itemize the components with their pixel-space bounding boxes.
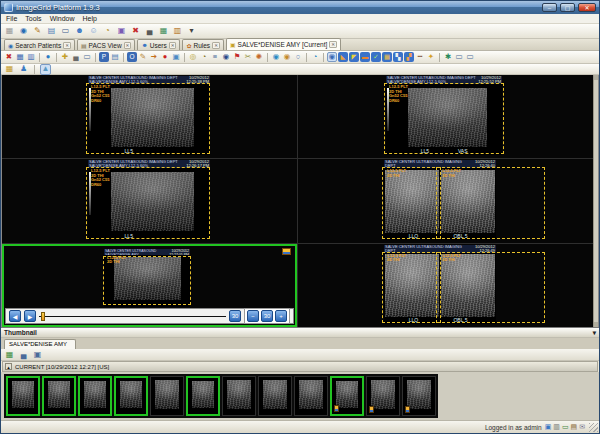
status-mail-icon[interactable]: ✉ — [579, 423, 585, 431]
layout-compare-icon[interactable]: ▥ — [26, 52, 36, 62]
thumbnail-9[interactable] — [294, 376, 328, 416]
monitor-b-icon[interactable]: ▭ — [465, 52, 475, 62]
menu-window[interactable]: Window — [50, 15, 75, 22]
annotate-icon[interactable]: ✎ — [138, 52, 148, 62]
thumb-matrix-icon[interactable]: ▦ — [4, 349, 15, 360]
tab-pacs-view[interactable]: ▤ PACS View ✕ — [77, 39, 135, 50]
viewer-scrollbar[interactable] — [593, 75, 598, 327]
sphere-view-icon[interactable]: ● — [43, 52, 53, 62]
resize-grip-icon[interactable] — [589, 423, 598, 432]
film-icon[interactable]: ▦ — [158, 26, 169, 37]
viewer-panel-5[interactable]: SALVE CENTER ULTRASOUND SALVE*DENISE AMY… — [2, 244, 297, 327]
zoom-icon[interactable]: ○ — [293, 52, 303, 62]
tab-close-icon[interactable]: ✕ — [329, 41, 337, 48]
grid-tool-icon[interactable]: ▦ — [4, 64, 15, 75]
user-group-icon[interactable]: ☻ — [74, 26, 85, 37]
preset-layout-4-icon[interactable]: ✓ — [371, 52, 381, 62]
tab-users[interactable]: ☻ Users ✕ — [137, 39, 180, 50]
web-icon[interactable]: ◉ — [271, 52, 281, 62]
cine-fps-minus-button[interactable]: − — [247, 310, 259, 322]
thumbnail-12[interactable] — [402, 376, 436, 416]
preset-layout-2-icon[interactable]: ◤ — [349, 52, 359, 62]
send-study-icon[interactable]: ➔ — [149, 52, 159, 62]
close-button[interactable]: ✕ — [578, 3, 596, 12]
tab-rules[interactable]: ✿ Rules ✕ — [182, 39, 223, 50]
tab-search-patients[interactable]: ◉ Search Patients ✕ — [4, 39, 75, 50]
close-study-icon[interactable]: ✖ — [4, 52, 14, 62]
thumbnail-5[interactable] — [150, 376, 184, 416]
preset-layout-7-icon[interactable]: ▞ — [404, 52, 414, 62]
film-composer-icon[interactable]: ▭ — [82, 52, 92, 62]
preset-layout-3-icon[interactable]: ▬ — [360, 52, 370, 62]
minimize-button[interactable]: – — [542, 3, 557, 12]
thumbnail-11[interactable] — [366, 376, 400, 416]
menu-help[interactable]: Help — [83, 15, 97, 22]
status-archive-icon[interactable]: ▤ — [571, 423, 578, 431]
thumb-print-icon[interactable]: ▄ — [18, 349, 29, 360]
viewer-panel-1[interactable]: SALVE CENTER ULTRASOUND IMAGING DEPT SAL… — [2, 75, 297, 158]
monitor-a-icon[interactable]: ▭ — [454, 52, 464, 62]
thumbnail-8[interactable] — [258, 376, 292, 416]
cine-slider[interactable] — [39, 311, 226, 322]
preset-layout-1-icon[interactable]: ◣ — [338, 52, 348, 62]
tag-o-icon[interactable]: O — [127, 52, 137, 62]
export-db-icon[interactable]: ▥ — [172, 26, 183, 37]
palette-icon[interactable]: ✺ — [254, 52, 264, 62]
thumbnail-3[interactable] — [78, 376, 112, 416]
cine-fps-button[interactable]: 30 — [229, 310, 241, 322]
tab-close-icon[interactable]: ✕ — [63, 42, 71, 49]
calibrate-icon[interactable]: ✚ — [60, 52, 70, 62]
viewer-panel-2[interactable]: SALVE CENTER ULTRASOUND IMAGING DEPT SAL… — [298, 75, 593, 158]
layers-icon[interactable]: ≡ — [210, 52, 220, 62]
thumbnail-6[interactable] — [186, 376, 220, 416]
archive-icon[interactable]: ▣ — [116, 26, 127, 37]
key-icon[interactable]: ✦ — [426, 52, 436, 62]
tools-icon[interactable]: ✱ — [443, 52, 453, 62]
measure-icon[interactable]: ✂ — [243, 52, 253, 62]
cine-slider-handle[interactable] — [41, 312, 45, 321]
print-image-icon[interactable]: ▄ — [71, 52, 81, 62]
thumbnail-10[interactable] — [330, 376, 364, 416]
series-header[interactable]: ▴ CURRENT [10/29/2012 12:27] [US] — [2, 361, 598, 372]
query-retrieve-icon[interactable]: ◔ — [102, 26, 113, 37]
stamp-tool-icon[interactable]: ♟ — [18, 64, 29, 75]
dropdown-caret-icon[interactable]: ▾ — [186, 26, 197, 37]
viewer-panel-6[interactable]: SALVE CENTER ULTRASOUND IMAGING DEPT SAL… — [298, 244, 593, 327]
thumbnail-7[interactable] — [222, 376, 256, 416]
ruler-icon[interactable]: ┅ — [415, 52, 425, 62]
prism-tool-icon[interactable]: ▲ — [40, 64, 51, 75]
copy-icon[interactable]: ▣ — [171, 52, 181, 62]
preset-layout-6-icon[interactable]: ▚ — [393, 52, 403, 62]
magnify-mode-icon[interactable]: ◉ — [327, 52, 337, 62]
print-icon[interactable]: ▄ — [144, 26, 155, 37]
search-patients-icon[interactable]: ◉ — [18, 26, 29, 37]
page-icon[interactable]: ▤ — [110, 52, 120, 62]
status-network-icon[interactable]: ▣ — [545, 423, 552, 431]
maximize-button[interactable]: ▢ — [560, 3, 575, 12]
cine-fps-value-button[interactable]: 30 — [261, 310, 273, 322]
thumbnail-1[interactable] — [6, 376, 40, 416]
tag-p-icon[interactable]: P — [99, 52, 109, 62]
menu-file[interactable]: File — [6, 15, 17, 22]
select-icon[interactable]: ▦ — [4, 26, 15, 37]
tab-close-icon[interactable]: ✕ — [212, 42, 220, 49]
cine-fps-plus-button[interactable]: + — [275, 310, 287, 322]
viewer-panel-3[interactable]: SALVE CENTER ULTRASOUND IMAGING DEPT SAL… — [2, 159, 297, 242]
burn-cd-icon[interactable]: ◎ — [188, 52, 198, 62]
tab-close-icon[interactable]: ✕ — [124, 42, 132, 49]
viewer-panel-4[interactable]: SALVE CENTER ULTRASOUND IMAGING DEPT SAL… — [298, 159, 593, 242]
edit-study-icon[interactable]: ✎ — [32, 26, 43, 37]
cine-play-button[interactable]: ▶ — [24, 310, 36, 322]
tab-close-icon[interactable]: ✕ — [169, 42, 177, 49]
thumb-copy-icon[interactable]: ▣ — [32, 349, 43, 360]
series-collapse-icon[interactable]: ▴ — [5, 363, 12, 370]
flag-icon[interactable]: ⚑ — [232, 52, 242, 62]
tab-study-salve-denise-amy[interactable]: ▣ SALVE*DENISE AMY [Current] ✕ — [226, 38, 341, 50]
history-icon[interactable]: ◔ — [199, 52, 209, 62]
layout-grid-icon[interactable]: ▦ — [15, 52, 25, 62]
import-study-icon[interactable]: ▤ — [46, 26, 57, 37]
chevron-down-icon[interactable]: ▾ — [593, 329, 596, 337]
thumbnail-2[interactable] — [42, 376, 76, 416]
world-clock-icon[interactable]: ◔ — [310, 52, 320, 62]
delete-icon[interactable]: ✖ — [130, 26, 141, 37]
